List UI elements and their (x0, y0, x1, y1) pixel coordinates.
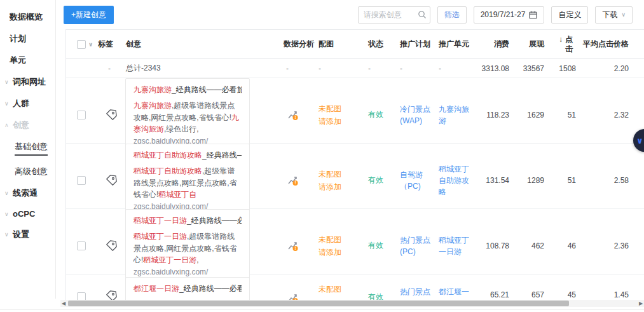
creative-description: 稻城亚丁一日游,超级靠谱路线景点攻略,网红景点攻略,省钱省心!稻城亚丁一日游, (134, 231, 242, 266)
svg-text:!: ! (294, 246, 296, 250)
toolbar: +新建创意 筛选 2019/7/21-27 自定义 下载∨ (56, 0, 644, 29)
unit-link[interactable]: 稻城亚丁一日游 (437, 234, 477, 257)
sidebar-item-data-overview[interactable]: 数据概览 (0, 6, 55, 28)
horizontal-scrollbar[interactable]: ◀ ▶ (60, 300, 644, 307)
row-checkbox[interactable] (77, 292, 86, 300)
creative-title[interactable]: 九寨沟旅游_经典路线——必看旅.. (134, 85, 242, 95)
header-unit: 推广单元 (437, 39, 477, 50)
creative-card: 九寨沟旅游_经典路线——必看旅.. 九寨沟旅游,超级靠谱路线景点攻略,网红景点攻… (125, 78, 250, 152)
creative-card: 稻城亚丁自助游攻略_经典路线—... 稻城亚丁自助游攻略,超级靠谱路线景点攻略,… (125, 144, 250, 217)
creative-title[interactable]: 稻城亚丁一日游_经典路线——必.. (134, 215, 242, 226)
row-checkbox[interactable] (77, 111, 86, 119)
table-row: 都江堰一日游_经典路线——必看... 都江堰一日游,超级靠谱路线景点攻略,网 !… (66, 275, 644, 300)
header-tag: 标签 (97, 39, 123, 50)
scroll-right-arrow-icon[interactable]: ▶ (638, 300, 644, 307)
plan-link[interactable]: 热门景点 (PC) (398, 234, 437, 257)
sidebar-item-leads[interactable]: ∨线索通 (0, 182, 55, 204)
avg-price-value: 2.32 (579, 111, 644, 119)
calendar-icon (529, 11, 537, 19)
chevron-down-icon: ∨ (4, 190, 13, 196)
custom-button[interactable]: 自定义 (551, 6, 588, 24)
avg-price-value: 1.45 (579, 275, 644, 299)
add-image-link[interactable]: 请添加 (319, 115, 362, 128)
download-button[interactable]: 下载∨ (595, 6, 633, 24)
status-text: 有效 (362, 175, 398, 186)
sort-desc-icon: ↓ (559, 35, 563, 44)
data-analysis-icon[interactable]: ! (282, 109, 317, 121)
plan-link[interactable]: 热门景点 (398, 275, 437, 297)
new-creative-button[interactable]: +新建创意 (64, 6, 114, 24)
header-plan: 推广计划 (398, 39, 437, 50)
totals-row: - 总计-2343 - - - - - 3313.08 33567 1508 2… (66, 59, 644, 78)
tag-icon[interactable] (97, 174, 123, 186)
creative-card: 都江堰一日游_经典路线——必看... 都江堰一日游,超级靠谱路线景点攻略,网 (125, 277, 250, 300)
plan-link[interactable]: 自驾游（PC) (398, 169, 437, 192)
svg-text:!: ! (294, 115, 296, 119)
unit-link[interactable]: 九寨沟旅游 (437, 104, 477, 126)
chevron-down-icon: ∨ (621, 11, 626, 18)
creative-description: 稻城亚丁自助游攻略,超级靠谱路线景点攻略,网红景点攻略,省钱省心!稻城亚丁自 (134, 165, 242, 201)
row-checkbox[interactable] (77, 241, 86, 250)
image-status: 未配图请添加 (317, 233, 362, 259)
total-cost: 3313.08 (477, 64, 512, 73)
sidebar-item-audiences[interactable]: ∨人群 (0, 93, 55, 114)
sidebar-item-advanced-creatives[interactable]: 高级创意 (0, 161, 55, 182)
add-image-link[interactable]: 请添加 (319, 180, 362, 193)
add-image-link[interactable]: 请添加 (319, 246, 362, 259)
scrollbar-track[interactable] (67, 300, 638, 307)
sidebar-item-settings[interactable]: ∨设置 (0, 224, 55, 245)
ad-creative-manager-page: 数据概览 计划 单元 ∨词和网址 ∨人群 ∧创意 基础创意 高级创意 ∨线索通 … (0, 0, 644, 312)
clicks-value: 51 (547, 176, 579, 185)
data-analysis-icon[interactable]: ! (282, 240, 317, 252)
chevron-down-icon: ∨ (4, 211, 13, 217)
page-bottom-divider (0, 309, 644, 309)
chevron-down-icon: ∨ (4, 231, 13, 238)
chevron-icon: ∨ (636, 136, 643, 146)
header-avg-price[interactable]: 平均点击价格 (579, 39, 644, 50)
svg-text:!: ! (294, 180, 296, 185)
unit-link[interactable]: 稻城亚丁自助游攻略 (437, 163, 477, 198)
sidebar-item-plans[interactable]: 计划 (0, 28, 55, 50)
date-range-button[interactable]: 2019/7/21-27 (474, 6, 545, 24)
header-creative: 创意 (123, 39, 282, 50)
chevron-down-icon: ∨ (4, 79, 13, 85)
creative-title[interactable]: 稻城亚丁自助游攻略_经典路线—... (134, 150, 242, 161)
tag-icon[interactable] (97, 109, 123, 121)
select-all-checkbox[interactable] (77, 40, 86, 49)
tag-icon[interactable] (97, 275, 123, 300)
search-icon[interactable] (418, 10, 427, 19)
scroll-left-arrow-icon[interactable]: ◀ (60, 300, 67, 307)
header-analysis: 数据分析 (282, 39, 317, 50)
cost-value: 65.21 (477, 275, 512, 299)
sidebar: 数据概览 计划 单元 ∨词和网址 ∨人群 ∧创意 基础创意 高级创意 ∨线索通 … (0, 0, 56, 299)
cost-value: 108.78 (477, 241, 512, 250)
sidebar-item-ocpc[interactable]: ∨oCPC (0, 204, 55, 224)
header-clicks[interactable]: ↓ 点击 (547, 35, 579, 54)
data-analysis-icon[interactable]: ! (282, 275, 317, 300)
sidebar-item-creatives[interactable]: ∧创意 (0, 114, 55, 136)
creative-description: 九寨沟旅游,超级靠谱路线景点攻略,网红景点攻略,省钱省心!九寨沟旅游,绿色出行, (134, 100, 242, 135)
row-checkbox[interactable] (77, 176, 86, 185)
header-impressions[interactable]: 展现 (512, 39, 547, 50)
clicks-value: 46 (547, 241, 579, 250)
search-box (358, 6, 430, 24)
tag-icon[interactable] (97, 240, 123, 252)
header-status: 状态 (362, 39, 398, 50)
total-avg-price: 2.20 (579, 64, 644, 73)
creative-title[interactable]: 都江堰一日游_经典路线——必看... (134, 283, 242, 294)
status-text: 有效 (362, 109, 398, 120)
image-status: 未配图请添加 (317, 102, 362, 128)
header-image: 配图 (317, 39, 362, 50)
chevron-down-icon[interactable]: ∨ (88, 41, 93, 48)
unit-link[interactable]: 都江堰一 (437, 275, 477, 297)
data-analysis-icon[interactable]: ! (282, 175, 317, 186)
creatives-table: ∨ 标签 创意 数据分析 配图 状态 推广计划 推广单元 消费 展现 ↓ 点击 … (65, 29, 644, 300)
sidebar-item-keywords-urls[interactable]: ∨词和网址 (0, 71, 55, 93)
sidebar-item-units[interactable]: 单元 (0, 50, 55, 71)
table-row: 稻城亚丁自助游攻略_经典路线—... 稻城亚丁自助游攻略,超级靠谱路线景点攻略,… (66, 144, 644, 209)
header-cost[interactable]: 消费 (477, 39, 512, 50)
scrollbar-thumb[interactable] (68, 301, 569, 306)
filter-button[interactable]: 筛选 (437, 6, 467, 24)
plan-link[interactable]: 冷门景点 (WAP) (398, 104, 437, 126)
sidebar-item-basic-creatives[interactable]: 基础创意 (0, 136, 55, 161)
